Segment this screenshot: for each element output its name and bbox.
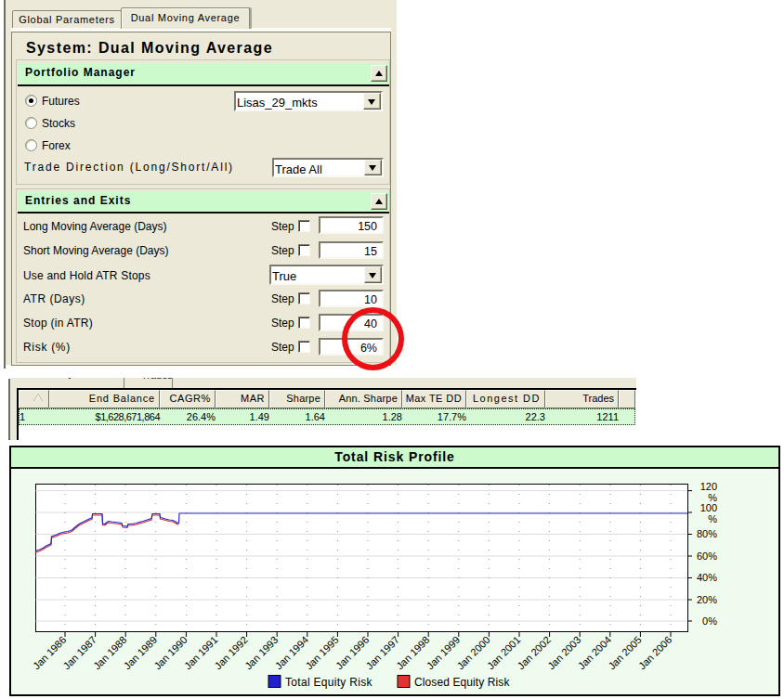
svg-text:100: 100 — [700, 502, 717, 513]
svg-text:20%: 20% — [697, 594, 717, 605]
svg-text:60%: 60% — [697, 550, 717, 562]
svg-text:Total Equity Risk: Total Equity Risk — [285, 676, 372, 689]
svg-text:0%: 0% — [702, 615, 717, 627]
svg-text:120: 120 — [700, 481, 717, 492]
svg-text:40%: 40% — [697, 572, 717, 583]
svg-text:Closed Equity Risk: Closed Equity Risk — [414, 676, 510, 689]
svg-text:%: % — [708, 513, 717, 524]
svg-text:80%: 80% — [697, 528, 717, 539]
svg-text:Jan 2006: Jan 2006 — [636, 634, 673, 671]
